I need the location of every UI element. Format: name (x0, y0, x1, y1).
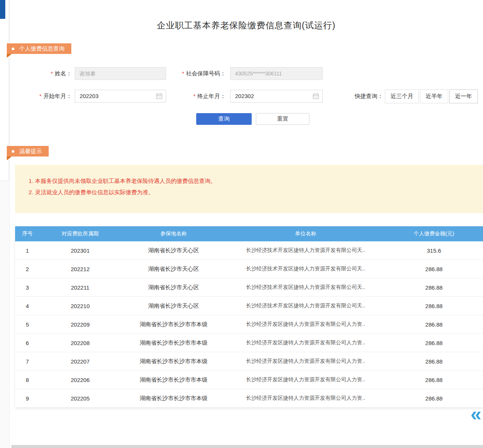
name-input[interactable]: 谢旭泰 (75, 67, 166, 80)
table-cell: 202212 (40, 266, 121, 272)
reset-button[interactable]: 重置 (256, 113, 309, 125)
table-cell: 长沙经济开发区捷特人力资源开发有限公司人力资.. (226, 321, 385, 328)
table-row: 4202210湖南省长沙市天心区长沙经济技术开发区捷特人力资源开发有限公司天..… (15, 296, 483, 315)
table-row: 1202301湖南省长沙市天心区长沙经济技术开发区捷特人力资源开发有限公司天..… (15, 241, 483, 259)
table-cell: 湖南省长沙市长沙市市本级 (121, 358, 226, 365)
end-month-input[interactable]: 202302 (230, 90, 323, 103)
table-cell: 湖南省长沙市天心区 (121, 265, 226, 273)
required-mark: * (51, 70, 53, 77)
table-cell: 长沙经济技术开发区捷特人力资源开发有限公司天.. (226, 302, 385, 309)
table-header-cell: 参保地名称 (121, 230, 226, 237)
table-cell: 7 (15, 358, 40, 365)
table-cell: 286.88 (385, 358, 483, 365)
notice-box: 1. 本服务仅提供尚未领取企业职工基本养老保险待遇人员的缴费信息查询。 2. 灵… (15, 165, 483, 213)
table-header-cell: 单位名称 (226, 230, 385, 237)
section-query-badge: 个人缴费信息查询 (7, 43, 71, 54)
required-mark: * (39, 93, 42, 99)
table-row: 5202209湖南省长沙市长沙市市本级长沙经济开发区捷特人力资源开发有限公司人力… (15, 315, 483, 333)
table-cell: 长沙经济技术开发区捷特人力资源开发有限公司天.. (226, 247, 385, 254)
table-header-cell: 个人缴费金额(元) (385, 230, 483, 237)
table-cell: 286.88 (385, 395, 483, 402)
table-cell: 5 (15, 321, 40, 328)
table-row: 7202207湖南省长沙市长沙市市本级长沙经济开发区捷特人力资源开发有限公司人力… (15, 352, 483, 370)
table-cell: 湖南省长沙市长沙市市本级 (121, 376, 226, 384)
left-sidebar (0, 0, 10, 448)
table-cell: 2 (15, 266, 40, 272)
table-header-cell: 对应费款所属期 (40, 230, 121, 237)
bullet-dot-icon (12, 150, 14, 153)
name-label-text: 姓名： (55, 70, 72, 77)
table-cell: 286.88 (385, 340, 483, 346)
name-value: 谢旭泰 (80, 71, 95, 77)
table-cell: 湖南省长沙市天心区 (121, 284, 226, 291)
table-header-cell: 序号 (15, 230, 40, 237)
table-cell: 286.88 (385, 284, 483, 291)
ssn-input[interactable]: 430525******306111 (230, 67, 323, 80)
start-month-input[interactable]: 202203 (75, 90, 166, 103)
start-month-label: *开始年月： (23, 90, 72, 103)
table-header-row: 序号对应费款所属期参保地名称单位名称个人缴费金额(元) (15, 226, 483, 241)
end-month-value: 202302 (235, 93, 254, 99)
table-cell: 286.88 (385, 266, 483, 272)
table-cell: 202301 (40, 247, 121, 254)
results-table: 序号对应费款所属期参保地名称单位名称个人缴费金额(元) 1202301湖南省长沙… (15, 226, 483, 407)
table-cell: 202207 (40, 358, 121, 365)
table-cell: 湖南省长沙市长沙市市本级 (121, 339, 226, 347)
table-row: 6202208湖南省长沙市长沙市市本级长沙经济开发区捷特人力资源开发有限公司人力… (15, 333, 483, 352)
table-cell: 202206 (40, 377, 121, 383)
table-cell: 202209 (40, 321, 121, 328)
table-cell: 长沙经济技术开发区捷特人力资源开发有限公司天.. (226, 265, 385, 272)
table-cell: 长沙经济开发区捷特人力资源开发有限公司人力资.. (226, 376, 385, 383)
table-cell: 长沙经济技术开发区捷特人力资源开发有限公司天.. (226, 284, 385, 291)
calendar-icon[interactable] (156, 93, 163, 100)
table-cell: 3 (15, 284, 40, 291)
table-row: 8202206湖南省长沙市长沙市市本级长沙经济开发区捷特人力资源开发有限公司人力… (15, 370, 483, 389)
table-cell: 286.88 (385, 303, 483, 309)
badge-fold (7, 156, 12, 160)
table-cell: 4 (15, 303, 40, 309)
start-month-value: 202203 (80, 93, 98, 99)
table-cell: 1 (15, 247, 40, 254)
required-mark: * (182, 70, 184, 77)
end-month-label: *终止年月： (162, 90, 226, 103)
notice-line: 2. 灵活就业人员的缴费单位信息以实际缴费为准。 (29, 187, 475, 197)
bullet-dot-icon (12, 48, 14, 50)
table-cell: 202208 (40, 340, 121, 346)
table-cell: 湖南省长沙市长沙市市本级 (121, 395, 226, 402)
query-button[interactable]: 查询 (196, 113, 252, 125)
required-mark: * (193, 93, 195, 99)
end-month-label-text: 终止年月： (197, 93, 226, 99)
table-cell: 286.88 (385, 321, 483, 328)
table-cell: 6 (15, 340, 40, 346)
table-cell: 长沙经济开发区捷特人力资源开发有限公司人力资.. (226, 339, 385, 346)
quick-range-1year-button[interactable]: 近一年 (449, 89, 478, 103)
page-title: 企业职工基本养老保险缴费信息查询(试运行) (9, 20, 483, 31)
table-cell: 202210 (40, 303, 121, 309)
sidebar-collapsed-tab[interactable] (0, 0, 5, 19)
badge-fold (7, 54, 12, 58)
page: 企业职工基本养老保险缴费信息查询(试运行) 个人缴费信息查询 *姓名： 谢旭泰 … (0, 0, 483, 448)
collapse-chevron-icon[interactable]: « (471, 404, 481, 424)
table-cell: 286.88 (385, 377, 483, 383)
table-row: 2202212湖南省长沙市天心区长沙经济技术开发区捷特人力资源开发有限公司天..… (15, 259, 483, 278)
table-cell: 8 (15, 377, 40, 383)
quick-query-group: 近三个月 近半年 近一年 (385, 89, 478, 103)
start-month-label-text: 开始年月： (43, 93, 72, 99)
ssn-value: 430525******306111 (235, 71, 282, 77)
section-tips-badge: 温馨提示 (7, 146, 49, 156)
quick-range-3months-button[interactable]: 近三个月 (385, 89, 419, 103)
table-cell: 湖南省长沙市天心区 (121, 302, 226, 310)
calendar-icon[interactable] (312, 93, 319, 100)
quick-range-halfyear-button[interactable]: 近半年 (420, 89, 448, 103)
table-cell: 湖南省长沙市天心区 (121, 247, 226, 254)
table-cell: 202211 (40, 284, 121, 291)
section-query-badge-label: 个人缴费信息查询 (19, 45, 65, 52)
quick-query-label: 快捷查询： (345, 90, 383, 103)
table-cell: 202205 (40, 395, 121, 402)
section-tips-badge-label: 温馨提示 (19, 148, 42, 155)
ssn-label: *社会保障号码： (158, 67, 226, 80)
notice-line: 1. 本服务仅提供尚未领取企业职工基本养老保险待遇人员的缴费信息查询。 (29, 176, 475, 186)
table-row: 9202205湖南省长沙市长沙市市本级长沙经济开发区捷特人力资源开发有限公司人力… (15, 389, 483, 407)
table-body: 1202301湖南省长沙市天心区长沙经济技术开发区捷特人力资源开发有限公司天..… (15, 241, 483, 407)
table-row: 3202211湖南省长沙市天心区长沙经济技术开发区捷特人力资源开发有限公司天..… (15, 278, 483, 296)
